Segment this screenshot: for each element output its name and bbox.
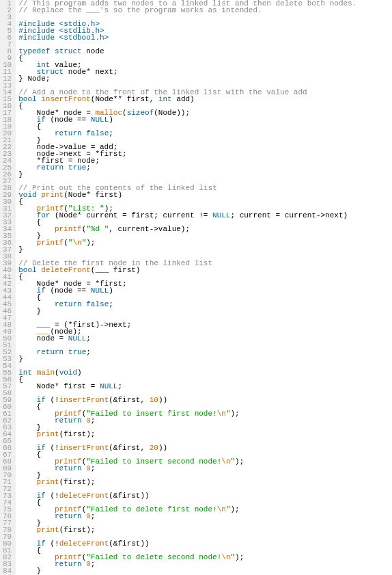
code-line[interactable]: } Node; <box>18 75 392 82</box>
code-token: sizeof <box>127 109 154 117</box>
code-token: ; <box>117 382 122 390</box>
code-line[interactable]: return false; <box>18 130 392 137</box>
code-line[interactable]: if (node == NULL) <box>18 116 392 123</box>
code-line[interactable]: printf("\n"); <box>18 239 392 246</box>
code-token: NULL <box>212 211 230 219</box>
code-line[interactable]: bool insertFront(Node** first, int add) <box>18 96 392 103</box>
code-line[interactable]: return 0; <box>18 465 392 472</box>
code-token: (! <box>46 396 59 404</box>
code-token: ; current = current->next) <box>230 211 348 219</box>
code-token: ) <box>77 369 82 377</box>
code-token: ); <box>230 410 239 418</box>
code-token: false <box>86 129 109 137</box>
line-number: 84 <box>3 567 12 574</box>
code-token: return <box>37 348 64 356</box>
code-line[interactable]: for (Node* current = first; current != N… <box>18 212 392 219</box>
code-token: } <box>18 170 23 178</box>
code-line[interactable]: Node* first = NULL; <box>18 383 392 390</box>
code-token: #include <stdbool.h> <box>18 34 109 42</box>
line-number-gutter: 1234567891011121314151617181920212223242… <box>0 0 16 575</box>
code-token: (Node* current = first; current != <box>50 211 212 219</box>
code-token: NULL <box>100 382 117 390</box>
code-token: "Failed to delete second node! <box>86 553 221 561</box>
code-token: return <box>55 560 82 568</box>
code-token: ); <box>86 239 95 247</box>
code-line[interactable]: if (node == NULL) <box>18 287 392 294</box>
code-line[interactable]: } <box>18 567 392 574</box>
code-token: (node == <box>46 116 91 124</box>
code-line[interactable]: #include <stdbool.h> <box>18 34 392 41</box>
code-line[interactable]: return 0; <box>18 561 392 567</box>
code-line[interactable]: } <box>18 246 392 253</box>
code-token: return <box>55 464 82 472</box>
code-editor[interactable]: 1234567891011121314151617181920212223242… <box>0 0 392 575</box>
code-token: (node == <box>46 286 91 295</box>
code-line[interactable]: node = NULL; <box>18 335 392 342</box>
code-token: 0 <box>86 416 91 425</box>
code-line[interactable]: return 0; <box>18 417 392 424</box>
code-token: (! <box>46 444 59 452</box>
code-token: } <box>18 245 23 254</box>
code-line[interactable]: if (!deleteFront(&first)) <box>18 492 392 499</box>
code-token: (Node)); <box>154 109 190 117</box>
code-token: main <box>37 369 55 377</box>
code-token: print <box>37 526 59 534</box>
code-line[interactable]: printf("%d ", current->value); <box>18 226 392 232</box>
code-line[interactable]: bool deleteFront(___ first) <box>18 267 392 273</box>
code-token: ( <box>55 369 59 377</box>
code-token: \n <box>221 553 230 561</box>
code-line[interactable]: print(first); <box>18 431 392 438</box>
code-line[interactable]: void print(Node* first) <box>18 191 392 198</box>
code-line[interactable]: } <box>18 171 392 178</box>
code-token: \n <box>72 239 81 247</box>
code-token: \n <box>221 457 230 466</box>
code-token: ) <box>109 116 113 124</box>
code-token: "Failed to delete first node! <box>86 505 216 513</box>
code-token: node <box>82 47 104 55</box>
code-line[interactable]: struct node* next; <box>18 68 392 75</box>
code-line[interactable]: typedef struct node <box>18 48 392 55</box>
code-line[interactable]: } <box>18 308 392 315</box>
code-token: return <box>55 512 82 520</box>
code-token: insertFront <box>59 444 109 452</box>
code-token: (&first, <box>109 396 149 404</box>
code-token: ( <box>122 109 127 117</box>
code-area[interactable]: // This program adds two nodes to a link… <box>16 0 392 575</box>
code-line[interactable]: int main(void) <box>18 369 392 376</box>
code-token <box>18 526 36 534</box>
code-token: false <box>86 300 109 308</box>
code-token: (first); <box>59 430 96 438</box>
code-token: (first); <box>59 478 96 486</box>
code-token: (! <box>46 539 59 548</box>
code-line[interactable]: if (!deleteFront(&first)) <box>18 540 392 547</box>
code-token: (&first)) <box>109 539 149 548</box>
code-token: , current->value); <box>109 225 190 233</box>
code-token: add) <box>172 95 195 103</box>
code-line[interactable]: return false; <box>18 301 392 308</box>
code-line[interactable]: print(first); <box>18 479 392 485</box>
code-token: } <box>18 355 23 363</box>
code-token: return <box>37 163 64 172</box>
code-line[interactable]: return true; <box>18 164 392 171</box>
code-line[interactable]: // Replace the ___'s so the program work… <box>18 7 392 14</box>
code-token: 0 <box>86 560 91 568</box>
code-token: "%d " <box>86 225 109 233</box>
code-token: struct <box>55 47 82 55</box>
code-line[interactable]: return true; <box>18 349 392 356</box>
code-token: (&first)) <box>109 492 149 500</box>
code-token <box>64 348 68 356</box>
code-token: } <box>18 567 41 575</box>
code-line[interactable]: if (!insertFront(&first, 20)) <box>18 444 392 451</box>
code-token: (first); <box>59 526 96 534</box>
code-line[interactable]: if (!insertFront(&first, 10)) <box>18 397 392 403</box>
code-token: printf <box>55 225 82 233</box>
code-token: ; <box>91 416 96 425</box>
code-line[interactable]: } <box>18 356 392 362</box>
code-token: } Node; <box>18 75 50 83</box>
code-token: ( <box>64 239 68 247</box>
code-line[interactable]: return 0; <box>18 513 392 520</box>
code-token: printf <box>37 239 64 247</box>
code-token <box>18 478 36 486</box>
code-line[interactable]: print(first); <box>18 526 392 533</box>
code-token: insertFront <box>41 95 91 103</box>
